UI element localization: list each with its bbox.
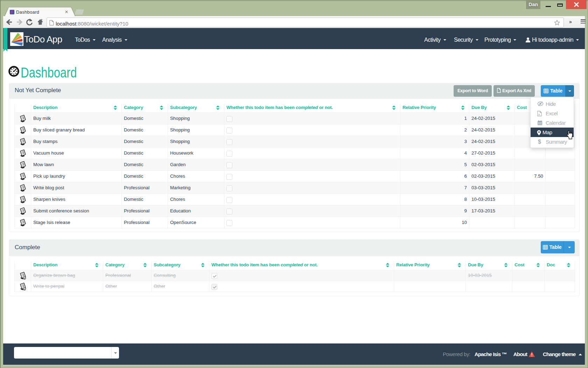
svg-text:x: x: [538, 113, 540, 116]
